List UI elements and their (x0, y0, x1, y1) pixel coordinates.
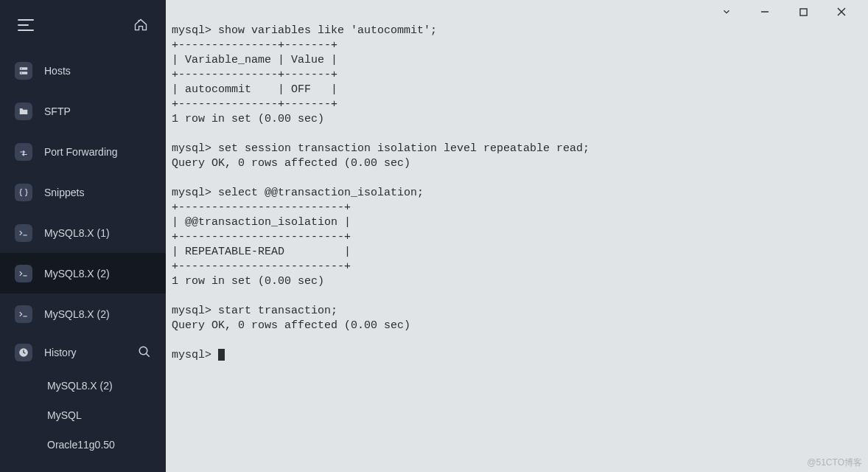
terminal-icon (15, 224, 32, 242)
search-icon[interactable] (138, 345, 151, 361)
svg-point-8 (139, 347, 147, 355)
sidebar-nav-item[interactable]: Hosts (0, 50, 166, 91)
svg-rect-11 (799, 8, 806, 15)
history-label: History (44, 347, 77, 358)
sidebar-session-label: MySQL8.X (1) (44, 227, 110, 239)
history-item[interactable]: MySQL (0, 400, 166, 430)
hosts-icon (15, 62, 32, 80)
svg-rect-0 (20, 67, 28, 70)
sidebar-session-item[interactable]: MySQL8.X (1) (0, 212, 166, 253)
folder-icon (15, 103, 32, 120)
watermark: @51CTO博客 (807, 457, 862, 469)
sidebar-nav-label: Port Forwarding (44, 146, 118, 158)
history-item[interactable]: Oracle11g0.50 (0, 430, 166, 459)
sidebar-nav-label: SFTP (44, 105, 71, 117)
braces-icon (15, 184, 32, 201)
svg-line-9 (146, 353, 150, 357)
dropdown-button[interactable] (721, 6, 732, 18)
close-button[interactable] (836, 6, 847, 18)
titlebar (166, 0, 868, 22)
svg-rect-1 (20, 72, 28, 74)
terminal-icon (15, 305, 32, 323)
sidebar-session-item[interactable]: MySQL8.X (2) (0, 294, 166, 334)
window-controls (721, 6, 868, 18)
sidebar-session-label: MySQL8.X (2) (44, 268, 110, 280)
forward-icon (15, 143, 32, 161)
svg-point-2 (21, 68, 22, 69)
main-panel: mysql> show variables like 'autocommit';… (166, 0, 868, 472)
home-icon[interactable] (133, 18, 148, 32)
minimize-button[interactable] (759, 6, 771, 18)
sidebar-nav-label: Snippets (44, 187, 84, 198)
history-item[interactable]: MySQL8.X (2) (0, 371, 166, 400)
sidebar-nav-item[interactable]: SFTP (0, 91, 166, 131)
menu-icon[interactable] (18, 19, 34, 31)
clock-icon (15, 344, 32, 361)
terminal-cursor (218, 349, 225, 361)
terminal-icon (15, 265, 32, 282)
sidebar-nav-item[interactable]: Snippets (0, 172, 166, 212)
svg-point-3 (21, 72, 22, 73)
maximize-button[interactable] (797, 6, 809, 18)
sidebar-header (0, 0, 166, 50)
terminal-output[interactable]: mysql> show variables like 'autocommit';… (166, 22, 868, 472)
sidebar: HostsSFTPPort ForwardingSnippets MySQL8.… (0, 0, 166, 472)
history-header: History (0, 334, 166, 371)
sidebar-nav-label: Hosts (44, 65, 71, 77)
sidebar-nav-item[interactable]: Port Forwarding (0, 131, 166, 172)
sidebar-session-item[interactable]: MySQL8.X (2) (0, 253, 166, 294)
sidebar-session-label: MySQL8.X (2) (44, 308, 110, 320)
